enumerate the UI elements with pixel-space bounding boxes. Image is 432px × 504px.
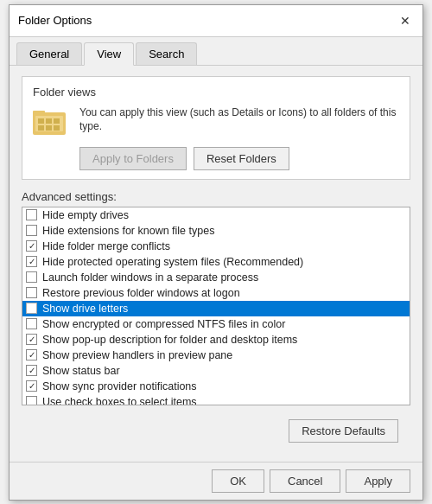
svg-rect-3 <box>38 118 44 124</box>
title-bar: Folder Options ✕ <box>10 5 422 37</box>
checkbox-hide-extensions[interactable] <box>26 225 37 236</box>
tab-content: Folder views <box>10 66 422 462</box>
folder-options-dialog: Folder Options ✕ General View Search Fol… <box>9 4 423 501</box>
list-item[interactable]: Show status bar <box>22 363 410 379</box>
checkbox-launch-folder-windows[interactable] <box>26 271 37 283</box>
svg-rect-4 <box>46 118 52 124</box>
list-item-label: Show pop-up description for folder and d… <box>42 334 297 346</box>
advanced-settings-label: Advanced settings: <box>22 190 410 203</box>
restore-defaults-button[interactable]: Restore Defaults <box>289 419 398 443</box>
list-item[interactable]: Hide protected operating system files (R… <box>22 254 410 270</box>
list-item-label: Use check boxes to select items <box>42 396 197 405</box>
checkbox-show-drive-letters[interactable] <box>26 303 37 314</box>
list-item-label: Restore previous folder windows at logon <box>42 287 240 299</box>
tab-bar: General View Search <box>10 37 422 66</box>
checkbox-hide-folder-merge[interactable] <box>26 240 37 252</box>
folder-views-buttons: Apply to Folders Reset Folders <box>33 147 399 170</box>
dialog-footer: OK Cancel Apply <box>10 462 422 500</box>
checkbox-show-status-bar[interactable] <box>26 365 37 376</box>
list-item[interactable]: Show pop-up description for folder and d… <box>22 332 410 348</box>
list-item-label: Show encrypted or compressed NTFS files … <box>42 318 285 330</box>
list-item-label: Show status bar <box>42 365 120 377</box>
svg-rect-8 <box>54 125 60 131</box>
checkbox-show-preview-handlers[interactable] <box>26 349 37 360</box>
list-item-label: Show drive letters <box>42 303 128 315</box>
checkbox-show-popup[interactable] <box>26 334 37 345</box>
list-item[interactable]: Hide extensions for known file types <box>22 223 410 239</box>
folder-icon <box>33 105 69 138</box>
tab-general[interactable]: General <box>16 42 82 65</box>
checkbox-hide-protected-os[interactable] <box>26 256 37 267</box>
tab-view[interactable]: View <box>84 42 134 66</box>
list-item[interactable]: Hide empty drives <box>22 207 410 223</box>
list-item[interactable]: Show encrypted or compressed NTFS files … <box>22 316 410 332</box>
checkbox-show-sync[interactable] <box>26 380 37 392</box>
close-button[interactable]: ✕ <box>397 12 414 29</box>
reset-folders-button[interactable]: Reset Folders <box>194 147 289 170</box>
svg-rect-6 <box>38 125 44 131</box>
cancel-button[interactable]: Cancel <box>270 469 340 493</box>
list-item-label: Hide protected operating system files (R… <box>42 256 303 268</box>
list-item[interactable]: Use check boxes to select items <box>22 394 410 405</box>
list-item[interactable]: Restore previous folder windows at logon <box>22 285 410 301</box>
svg-rect-5 <box>54 118 60 124</box>
list-item[interactable]: Hide folder merge conflicts <box>22 239 410 254</box>
dialog-title: Folder Options <box>18 14 92 27</box>
svg-rect-7 <box>46 125 52 131</box>
checkbox-restore-previous[interactable] <box>26 287 37 298</box>
checkbox-hide-empty-drives[interactable] <box>26 209 37 220</box>
tab-search[interactable]: Search <box>136 42 197 65</box>
folder-views-description: You can apply this view (such as Details… <box>79 105 399 135</box>
list-item-label: Launch folder windows in a separate proc… <box>42 271 258 284</box>
restore-defaults-row: Restore Defaults <box>22 414 410 451</box>
folder-views-content: You can apply this view (such as Details… <box>33 105 399 138</box>
folder-views-title: Folder views <box>33 86 399 99</box>
list-item[interactable]: Launch folder windows in a separate proc… <box>22 270 410 285</box>
advanced-settings-section: Advanced settings: Hide empty drivesHide… <box>22 190 410 405</box>
ok-button[interactable]: OK <box>212 469 264 493</box>
list-item[interactable]: Show preview handlers in preview pane <box>22 348 410 363</box>
apply-button[interactable]: Apply <box>346 469 410 493</box>
folder-views-section: Folder views <box>22 76 410 180</box>
apply-to-folders-button[interactable]: Apply to Folders <box>79 147 187 170</box>
list-item-label: Hide empty drives <box>42 209 129 221</box>
advanced-settings-list[interactable]: Hide empty drivesHide extensions for kno… <box>22 207 410 405</box>
list-item[interactable]: Show sync provider notifications <box>22 379 410 394</box>
list-item-label: Show preview handlers in preview pane <box>42 349 232 361</box>
list-item-label: Show sync provider notifications <box>42 380 197 392</box>
checkbox-use-checkboxes[interactable] <box>26 396 37 405</box>
list-item-label: Hide extensions for known file types <box>42 225 214 237</box>
list-item-label: Hide folder merge conflicts <box>42 240 170 252</box>
svg-rect-1 <box>33 111 45 115</box>
checkbox-show-encrypted[interactable] <box>26 318 37 329</box>
list-item[interactable]: Show drive letters <box>22 301 410 316</box>
